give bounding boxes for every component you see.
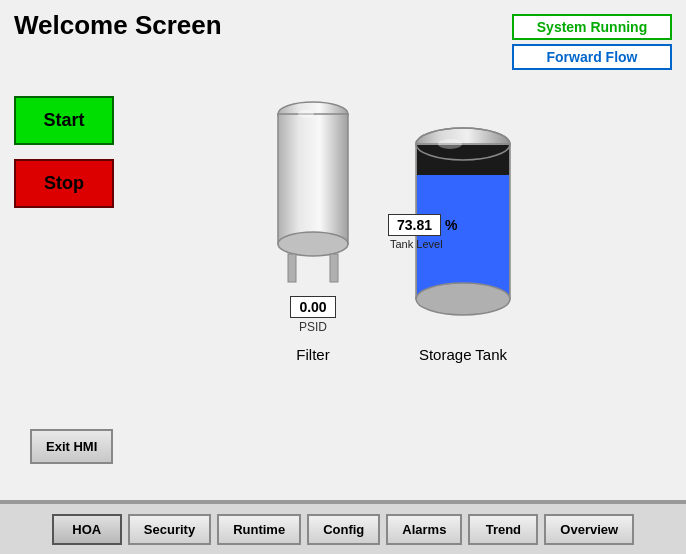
system-running-badge: System Running xyxy=(512,14,672,40)
nav-security[interactable]: Security xyxy=(128,514,211,545)
exit-hmi-area: Exit HMI xyxy=(30,429,113,464)
main-content: Start Stop xyxy=(0,70,686,363)
nav-trend[interactable]: Trend xyxy=(468,514,538,545)
header: Welcome Screen System Running Forward Fl… xyxy=(0,0,686,70)
storage-value: 73.81 xyxy=(388,214,441,236)
nav-alarms[interactable]: Alarms xyxy=(386,514,462,545)
status-panel: System Running Forward Flow xyxy=(512,14,672,70)
page-title: Welcome Screen xyxy=(14,10,222,41)
filter-reading: 0.00 PSID xyxy=(290,296,335,334)
left-controls: Start Stop xyxy=(14,96,124,208)
svg-point-5 xyxy=(298,110,314,118)
storage-unit: % xyxy=(445,217,457,233)
svg-point-13 xyxy=(438,139,462,149)
svg-rect-1 xyxy=(278,114,348,244)
stop-button[interactable]: Stop xyxy=(14,159,114,208)
filter-unit: PSID xyxy=(299,320,327,334)
tanks-area: 0.00 PSID Filter xyxy=(124,86,672,363)
nav-overview[interactable]: Overview xyxy=(544,514,634,545)
svg-point-2 xyxy=(278,232,348,256)
storage-sublabel: Tank Level xyxy=(390,238,443,250)
storage-tank-wrapper: 73.81 % Tank Level xyxy=(398,114,528,334)
nav-config[interactable]: Config xyxy=(307,514,380,545)
filter-container: 0.00 PSID Filter xyxy=(268,86,358,363)
nav-hoa[interactable]: HOA xyxy=(52,514,122,545)
start-button[interactable]: Start xyxy=(14,96,114,145)
filter-tank-visual xyxy=(268,86,358,286)
forward-flow-badge: Forward Flow xyxy=(512,44,672,70)
bottom-nav: HOA Security Runtime Config Alarms Trend… xyxy=(0,502,686,554)
nav-runtime[interactable]: Runtime xyxy=(217,514,301,545)
exit-hmi-button[interactable]: Exit HMI xyxy=(30,429,113,464)
svg-rect-4 xyxy=(330,254,338,282)
storage-container: 73.81 % Tank Level Storage Tank xyxy=(398,114,528,363)
svg-point-11 xyxy=(416,283,510,315)
filter-label: Filter xyxy=(296,346,329,363)
svg-rect-3 xyxy=(288,254,296,282)
filter-value: 0.00 xyxy=(290,296,335,318)
storage-label: Storage Tank xyxy=(419,346,507,363)
